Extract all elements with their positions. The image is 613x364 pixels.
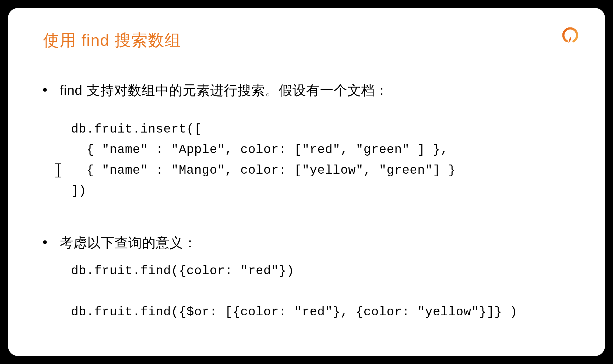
slide-title: 使用 find 搜索数组 xyxy=(43,30,575,51)
code-block: db.fruit.find({color: "red"}) db.fruit.f… xyxy=(71,261,575,322)
brand-logo-icon xyxy=(562,27,578,43)
svg-point-1 xyxy=(569,34,572,37)
bullet-text: find 支持对数组中的元素进行搜索。假设有一个文档： xyxy=(60,81,389,100)
bullet-item: 考虑以下查询的意义： xyxy=(43,233,575,252)
bullet-text: 考虑以下查询的意义： xyxy=(60,233,197,252)
code-block: db.fruit.insert([ { "name" : "Apple", co… xyxy=(71,119,575,201)
bullet-marker xyxy=(43,88,47,92)
text-cursor-icon xyxy=(55,163,61,177)
bullet-marker xyxy=(43,240,47,244)
slide-card: 使用 find 搜索数组 find 支持对数组中的元素进行搜索。假设有一个文档：… xyxy=(8,8,605,356)
bullet-item: find 支持对数组中的元素进行搜索。假设有一个文档： xyxy=(43,81,575,100)
